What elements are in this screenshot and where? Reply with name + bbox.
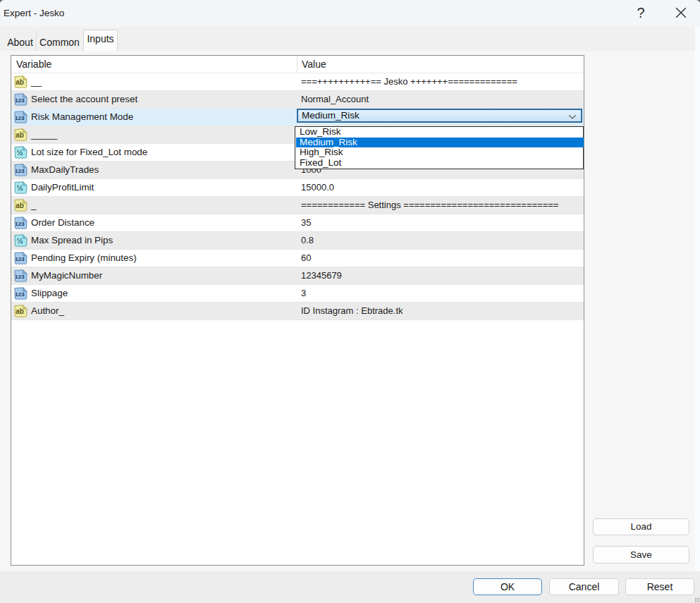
svg-text:123: 123 — [15, 168, 25, 174]
svg-text:123: 123 — [15, 291, 25, 298]
svg-text:123: 123 — [15, 97, 25, 104]
svg-text:ab: ab — [16, 78, 24, 86]
svg-text:123: 123 — [15, 274, 25, 280]
svg-text:½: ½ — [16, 236, 23, 245]
svg-text:123: 123 — [15, 115, 25, 121]
svg-text:123: 123 — [15, 256, 25, 262]
svg-text:ab: ab — [16, 307, 24, 315]
svg-text:123: 123 — [15, 221, 25, 227]
svg-text:ab: ab — [16, 131, 24, 139]
svg-text:ab: ab — [16, 202, 24, 209]
svg-text:½: ½ — [16, 183, 23, 192]
svg-text:½: ½ — [16, 148, 23, 157]
